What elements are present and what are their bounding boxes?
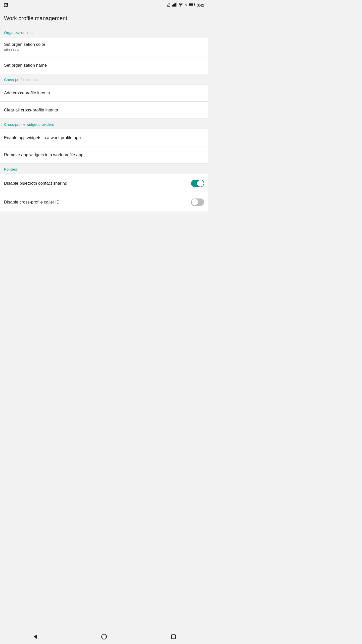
photo-icon: 🖼 — [4, 3, 9, 8]
list-item-disable-cross-profile-caller-id[interactable]: Disable cross-profile caller ID — [0, 193, 208, 212]
section-header-cross-profile-widget-providers: Cross-profile widget providers — [0, 119, 208, 129]
svg-rect-3 — [175, 3, 176, 7]
svg-point-5 — [180, 6, 181, 7]
section-header-cross-profile-intents: Cross-profile intents — [0, 74, 208, 85]
list-item-subtitle: #ff009587 — [4, 48, 45, 52]
status-bar-left: 🖼 — [4, 3, 9, 8]
signal-icon — [172, 3, 177, 8]
wifi-icon — [178, 3, 183, 8]
toggle-disable-cross-profile-caller-id[interactable] — [191, 198, 204, 206]
list-item-title: Enable app widgets in a work profile app — [4, 135, 81, 140]
status-icons: 🖨 N 3:42 — [167, 3, 204, 8]
list-item-disable-bluetooth-contact-sharing[interactable]: Disable bluetooth contact sharing — [0, 174, 208, 193]
list-item-title: Remove app widgets in a work profile app — [4, 152, 83, 157]
svg-rect-2 — [174, 4, 175, 7]
list-item-title: Set organization name — [4, 63, 47, 68]
svg-rect-1 — [173, 4, 174, 7]
page-title: Work profile management — [0, 10, 208, 27]
toggle-thumb — [192, 199, 198, 206]
content-area: Organization info Set organization color… — [0, 27, 208, 227]
list-item-enable-app-widgets[interactable]: Enable app widgets in a work profile app — [0, 129, 208, 146]
battery-icon — [189, 3, 195, 7]
status-time: 3:42 — [197, 3, 204, 7]
list-item-content: Set organization color #ff009587 — [4, 42, 45, 52]
toggle-thumb — [197, 180, 204, 187]
section-header-policies: Policies — [0, 164, 208, 174]
sim-icon: N — [185, 3, 187, 7]
print-icon: 🖨 — [167, 3, 171, 7]
list-item-title: Clear all cross-profile intents — [4, 108, 58, 113]
list-item-title: Set organization color — [4, 42, 45, 47]
list-item-title: Add cross-profile intents — [4, 91, 50, 96]
list-item-title: Disable bluetooth contact sharing — [4, 181, 67, 186]
svg-rect-7 — [194, 4, 195, 5]
svg-rect-0 — [172, 5, 173, 7]
list-item-clear-all-cross-profile-intents[interactable]: Clear all cross-profile intents — [0, 102, 208, 119]
status-bar: 🖼 🖨 N 3:4 — [0, 0, 208, 10]
list-item-set-organization-name[interactable]: Set organization name — [0, 57, 208, 74]
svg-rect-4 — [176, 3, 177, 7]
svg-rect-8 — [189, 4, 193, 6]
list-item-set-organization-color[interactable]: Set organization color #ff009587 — [0, 37, 208, 57]
list-item-add-cross-profile-intents[interactable]: Add cross-profile intents — [0, 85, 208, 102]
section-header-organization-info: Organization info — [0, 27, 208, 37]
toggle-disable-bluetooth[interactable] — [191, 180, 204, 187]
list-item-title: Disable cross-profile caller ID — [4, 200, 60, 205]
list-item-remove-app-widgets[interactable]: Remove app widgets in a work profile app — [0, 146, 208, 164]
